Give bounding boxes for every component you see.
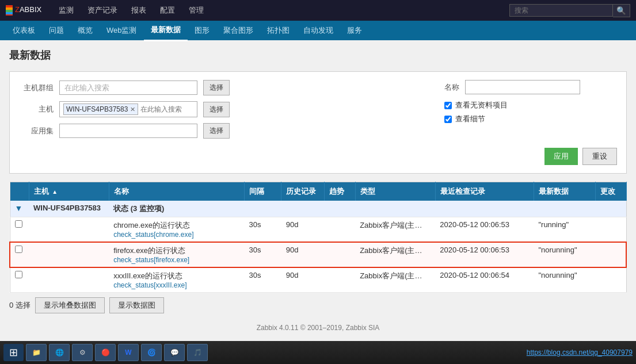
menu-item-assets[interactable]: 资产记录: [82, 1, 123, 20]
th-history[interactable]: 历史记录: [281, 182, 325, 201]
th-type[interactable]: 类型: [355, 182, 435, 201]
taskbar-item-7[interactable]: 🎵: [187, 344, 208, 344]
th-host[interactable]: 主机 ▲: [29, 182, 109, 201]
taskbar-item-5[interactable]: 🌀: [141, 344, 162, 344]
host-input-area[interactable]: WIN-UFS4PB37583 ✕: [59, 101, 197, 117]
page-title: 最新数据: [9, 48, 627, 62]
taskbar-item-word[interactable]: W: [118, 344, 139, 344]
th-trend[interactable]: 趋势: [325, 182, 356, 201]
logo-stripes: [6, 5, 13, 16]
show-chart-button[interactable]: 显示数据图: [109, 297, 164, 313]
row2-type: Zabbix客户端(主…: [355, 242, 435, 267]
logo-z: Z: [15, 5, 20, 14]
host-tag-remove[interactable]: ✕: [130, 106, 135, 113]
row3-type: Zabbix客户端(主…: [355, 267, 435, 293]
filter-row-host-group: 主机群组 选择: [19, 80, 433, 95]
th-lastcheck[interactable]: 最近检查记录: [435, 182, 534, 201]
checkbox-no-data: 查看无资料项目: [444, 100, 508, 110]
taskbar-item-2[interactable]: 🌐: [49, 344, 70, 344]
start-button[interactable]: ⊞: [3, 344, 24, 344]
taskbar-item-4[interactable]: 🔴: [95, 344, 116, 344]
row3-history: 90d: [281, 267, 325, 293]
nav-graphs[interactable]: 图形: [188, 21, 216, 40]
name-input[interactable]: [465, 80, 580, 94]
filter-row-app: 应用集 选择: [19, 123, 433, 139]
taskbar-item-1[interactable]: 📁: [26, 344, 47, 344]
search-input[interactable]: [509, 4, 613, 17]
host-select-button[interactable]: 选择: [203, 102, 230, 117]
show-stacked-graph-button[interactable]: 显示堆叠数据图: [35, 297, 105, 313]
row3-check[interactable]: [10, 267, 29, 293]
expand-arrow[interactable]: ▼: [15, 187, 23, 196]
row2-lastdata: "norunning": [534, 242, 595, 267]
sort-icon: ▲: [52, 189, 58, 195]
app-select-button[interactable]: 选择: [203, 123, 230, 139]
row3-lastdata: "norunning": [534, 267, 595, 293]
table-row: chrome.exe的运行状态 check_status[chrome.exe]…: [10, 217, 626, 243]
row2-interval: 30s: [245, 242, 281, 267]
checkbox-no-data-input[interactable]: [444, 102, 452, 109]
row1-checkbox[interactable]: [15, 220, 22, 228]
nav-topology[interactable]: 拓扑图: [260, 21, 296, 40]
nav-overview[interactable]: 概览: [71, 21, 100, 40]
nav-web-monitoring[interactable]: Web监测: [100, 21, 144, 40]
filter-row-host: 主机 WIN-UFS4PB37583 ✕ 选择: [19, 101, 433, 117]
reset-button[interactable]: 重设: [582, 148, 617, 165]
host-search-input[interactable]: [140, 105, 193, 113]
group-host: WIN-UFS4PB37583: [29, 201, 109, 217]
app-input[interactable]: [59, 124, 197, 138]
menu-item-monitor[interactable]: 监测: [53, 1, 79, 20]
nav-discovery[interactable]: 自动发现: [296, 21, 340, 40]
data-table: ▼ 主机 ▲ 名称 间隔 历史记录 趋势 类型 最近检查记录 最新数据 更改: [9, 182, 627, 293]
checkbox-details-input[interactable]: [444, 116, 452, 123]
group-status: 状态 (3 监控项): [109, 201, 626, 217]
row1-item-key[interactable]: check_status[chrome.exe]: [113, 231, 239, 239]
th-change[interactable]: 更改: [595, 182, 626, 201]
apply-button[interactable]: 应用: [544, 148, 578, 165]
menu-item-reports[interactable]: 报表: [125, 1, 152, 20]
nav-services[interactable]: 服务: [340, 21, 369, 40]
selected-count: 0 选择: [9, 300, 31, 311]
taskbar-item-6[interactable]: 💬: [164, 344, 185, 344]
row3-checkbox[interactable]: [15, 271, 22, 278]
row2-item-name: firefox.exe的运行状态: [113, 246, 239, 256]
row1-name-cell: chrome.exe的运行状态 check_status[chrome.exe]: [109, 217, 244, 243]
app-label: 应用集: [19, 126, 54, 136]
row2-name-cell: firefox.exe的运行状态 check_status[firefox.ex…: [109, 242, 244, 267]
menu-item-admin[interactable]: 管理: [183, 1, 210, 20]
nav-screens[interactable]: 聚合图形: [216, 21, 260, 40]
th-interval[interactable]: 间隔: [245, 182, 281, 201]
nav-dashboard[interactable]: 仪表板: [6, 21, 42, 40]
row3-lastcheck: 2020-05-12 00:06:54: [435, 267, 534, 293]
group-expand[interactable]: ▼: [10, 201, 29, 217]
row3-trend: [325, 267, 356, 293]
host-group-select-button[interactable]: 选择: [203, 80, 230, 95]
row2-change: [595, 242, 626, 267]
row1-type: Zabbix客户端(主…: [355, 217, 435, 243]
th-lastdata[interactable]: 最新数据: [534, 182, 595, 201]
row2-host: [29, 242, 109, 267]
main-menu: 监测 资产记录 报表 配置 管理: [53, 1, 210, 20]
row3-name-cell: xxxIII.exe的运行状态 check_status[xxxIII.exe]: [109, 267, 244, 293]
row2-lastcheck: 2020-05-12 00:06:53: [435, 242, 534, 267]
nav-problems[interactable]: 问题: [42, 21, 71, 40]
row2-check[interactable]: [10, 242, 29, 267]
table-header-row: ▼ 主机 ▲ 名称 间隔 历史记录 趋势 类型 最近检查记录 最新数据 更改: [10, 182, 626, 201]
row3-item-key[interactable]: check_status[xxxIII.exe]: [113, 281, 239, 289]
search-button[interactable]: 🔍: [613, 4, 630, 17]
row2-checkbox[interactable]: [15, 246, 22, 253]
menu-item-config[interactable]: 配置: [154, 1, 181, 20]
filter-row-name: 名称: [444, 80, 617, 94]
row2-history: 90d: [281, 242, 325, 267]
taskbar-item-3[interactable]: ⚙: [72, 344, 93, 344]
row2-item-key[interactable]: check_status[firefox.exe]: [113, 256, 239, 264]
group-expand-arrow[interactable]: ▼: [15, 204, 23, 213]
table-row: xxxIII.exe的运行状态 check_status[xxxIII.exe]…: [10, 267, 626, 293]
table-row-highlight: firefox.exe的运行状态 check_status[firefox.ex…: [10, 242, 626, 267]
nav-latest-data[interactable]: 最新数据: [144, 20, 188, 41]
row1-check[interactable]: [10, 217, 29, 243]
row3-item-name: xxxIII.exe的运行状态: [113, 271, 239, 281]
th-name[interactable]: 名称: [109, 182, 244, 201]
host-group-input[interactable]: [59, 81, 197, 95]
row1-lastdata: "running": [534, 217, 595, 243]
